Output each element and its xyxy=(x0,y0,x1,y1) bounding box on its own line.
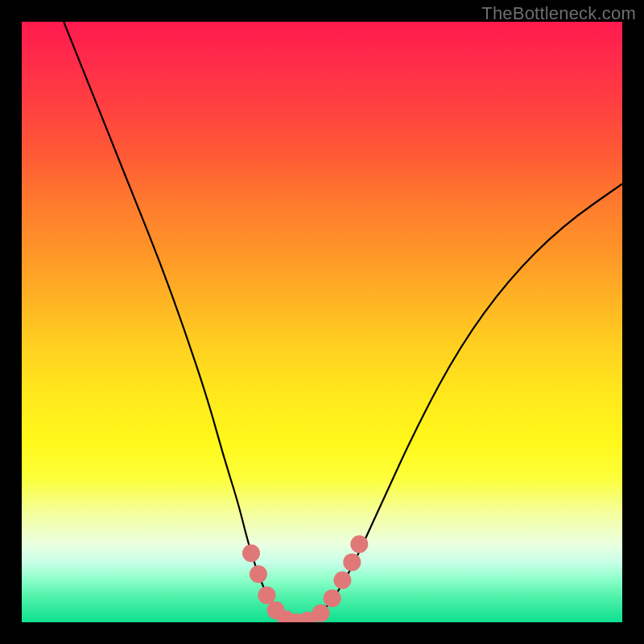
highlight-dots xyxy=(242,535,368,622)
chart-frame: TheBottleneck.com xyxy=(0,0,644,644)
highlight-dot xyxy=(343,553,361,571)
curve-layer xyxy=(22,22,622,622)
watermark-text: TheBottleneck.com xyxy=(481,3,636,24)
highlight-dot xyxy=(333,572,351,589)
bottleneck-curve xyxy=(64,22,622,622)
plot-area xyxy=(22,22,622,622)
highlight-dot xyxy=(250,565,267,583)
highlight-dot xyxy=(350,535,368,553)
highlight-dot xyxy=(242,544,260,562)
highlight-dot xyxy=(312,605,330,622)
highlight-dot xyxy=(324,589,341,607)
highlight-dot xyxy=(258,586,275,604)
